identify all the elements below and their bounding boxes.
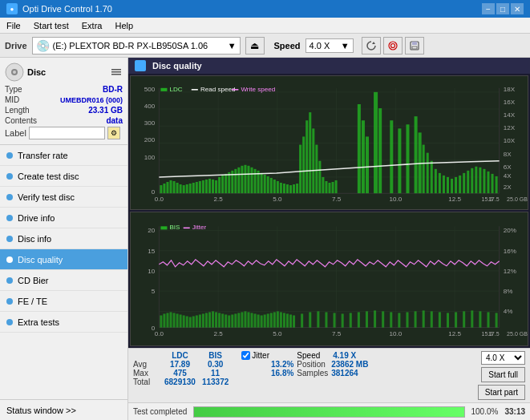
svg-text:4X: 4X (504, 172, 512, 180)
svg-rect-124 (455, 177, 457, 193)
svg-text:20%: 20% (504, 227, 516, 234)
nav-menu: Transfer rate Create test disc Verify te… (0, 145, 127, 399)
svg-rect-76 (241, 166, 243, 193)
eject-button[interactable]: ⏏ (245, 37, 265, 55)
drive-selector[interactable]: 💿 (E:) PLEXTOR BD-R PX-LB950SA 1.06 ▼ (32, 37, 241, 55)
save-button[interactable] (405, 37, 424, 55)
menu-start-test[interactable]: Start test (27, 19, 75, 32)
nav-dot (6, 173, 13, 180)
total-ldc: 6829130 (161, 378, 199, 386)
svg-rect-213 (286, 313, 289, 327)
svg-rect-227 (390, 312, 392, 327)
max-jitter: 16.8% (271, 369, 293, 378)
svg-rect-120 (439, 173, 441, 193)
mid-value: UMEBDR016 (000) (60, 96, 123, 104)
sidebar-item-disc-quality[interactable]: Disc quality (0, 249, 127, 270)
label-input[interactable] (29, 127, 105, 139)
svg-rect-80 (254, 169, 257, 193)
svg-rect-58 (183, 185, 185, 193)
jitter-checkbox[interactable] (241, 351, 250, 360)
speed-combo-select[interactable]: 4.0 X (481, 351, 525, 365)
svg-rect-100 (318, 161, 321, 193)
max-label: Max (133, 369, 161, 378)
svg-rect-112 (398, 128, 401, 193)
svg-rect-103 (328, 183, 330, 193)
progress-bar-area: Test completed 100.0% 33:13 (128, 402, 530, 420)
avg-ldc: 17.89 (161, 360, 199, 369)
svg-rect-180 (180, 314, 182, 327)
svg-rect-102 (325, 181, 327, 193)
svg-rect-70 (221, 176, 224, 193)
svg-rect-134 (496, 176, 498, 193)
svg-rect-9 (111, 69, 121, 71)
start-full-button[interactable]: Start full (481, 367, 525, 382)
menu-file[interactable]: File (0, 19, 27, 32)
svg-rect-205 (261, 315, 263, 327)
maximize-button[interactable]: □ (496, 3, 509, 14)
jitter-checkbox-label[interactable]: Jitter (241, 351, 269, 360)
sidebar-item-extra-tests[interactable]: Extra tests (0, 312, 127, 333)
svg-text:0: 0 (152, 188, 156, 196)
svg-rect-86 (273, 180, 276, 193)
svg-text:16X: 16X (504, 99, 516, 106)
svg-rect-63 (199, 181, 201, 193)
avg-bis: 0.30 (199, 360, 232, 369)
avg-jitter: 13.2% (271, 360, 293, 369)
svg-rect-108 (366, 136, 369, 193)
svg-text:Write speed: Write speed (241, 86, 275, 93)
svg-text:12%: 12% (504, 268, 516, 275)
sidebar-item-drive-info[interactable]: Drive info (0, 208, 127, 228)
nav-label: Drive info (18, 213, 55, 223)
svg-rect-79 (251, 168, 253, 193)
sidebar-item-fe-te[interactable]: FE / TE (0, 291, 127, 312)
chart-header: Disc quality (128, 58, 530, 74)
svg-rect-51 (160, 185, 162, 193)
svg-rect-219 (325, 312, 327, 327)
svg-text:12.5: 12.5 (448, 196, 461, 203)
svg-point-8 (13, 71, 16, 74)
speed-selector[interactable]: 4.0 X ▼ (305, 38, 354, 53)
label-apply-button[interactable]: ⚙ (107, 127, 120, 139)
svg-rect-66 (208, 179, 211, 193)
dropdown-icon: ▼ (228, 41, 237, 50)
start-part-button[interactable]: Start part (478, 385, 525, 400)
sidebar-item-cd-bier[interactable]: CD Bier (0, 270, 127, 291)
samples-value: 381264 (331, 369, 368, 378)
svg-rect-98 (312, 128, 314, 193)
svg-rect-11 (111, 74, 121, 75)
svg-rect-223 (358, 312, 360, 327)
svg-rect-181 (183, 315, 185, 327)
nav-label: Transfer rate (18, 151, 68, 160)
svg-rect-125 (459, 176, 461, 193)
nav-label: Verify test disc (18, 192, 75, 202)
svg-rect-107 (362, 120, 365, 193)
disc-title: Disc (27, 67, 46, 77)
svg-rect-201 (247, 312, 249, 327)
chart-icon (135, 60, 146, 71)
svg-text:10.0: 10.0 (389, 330, 402, 337)
menu-help[interactable]: Help (108, 19, 140, 32)
svg-text:14X: 14X (504, 111, 516, 119)
minimize-button[interactable]: − (482, 3, 495, 14)
status-window-button[interactable]: Status window >> (0, 399, 127, 420)
disc-options-icon (110, 66, 123, 79)
close-button[interactable]: ✕ (511, 3, 524, 14)
svg-rect-228 (398, 313, 400, 327)
svg-rect-93 (296, 184, 298, 193)
settings-button[interactable] (383, 37, 403, 55)
refresh-button[interactable] (362, 37, 381, 55)
svg-rect-188 (205, 313, 208, 327)
nav-label: Extra tests (18, 317, 59, 327)
sidebar-item-disc-info[interactable]: Disc info (0, 228, 127, 249)
svg-rect-209 (273, 312, 276, 327)
svg-rect-220 (334, 313, 336, 327)
svg-rect-127 (467, 171, 469, 193)
svg-text:10X: 10X (504, 138, 516, 145)
svg-rect-52 (163, 184, 165, 193)
menu-extra[interactable]: Extra (75, 19, 109, 32)
sidebar-item-create-test-disc[interactable]: Create test disc (0, 166, 127, 187)
nav-dot (6, 215, 13, 221)
sidebar-item-transfer-rate[interactable]: Transfer rate (0, 145, 127, 166)
svg-rect-96 (305, 120, 308, 193)
sidebar-item-verify-test-disc[interactable]: Verify test disc (0, 187, 127, 208)
